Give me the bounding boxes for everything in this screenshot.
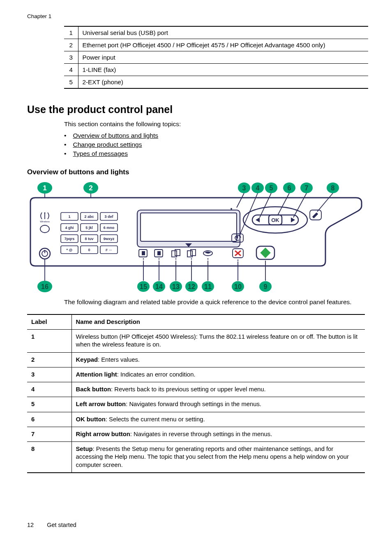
keypad-key-label: 0 <box>88 248 90 252</box>
feature-desc: OK button: Selects the current menu or s… <box>71 412 365 427</box>
feature-text: : Selects the current menu or setting. <box>106 416 205 423</box>
callout-16: 16 <box>37 281 52 292</box>
callout-2: 2 <box>83 182 98 194</box>
feature-name: Keypad <box>76 356 98 363</box>
svg-text:15: 15 <box>140 283 147 290</box>
feature-label: 3 <box>27 367 71 382</box>
topic-link[interactable]: Change product settings <box>73 141 142 148</box>
topic-link[interactable]: Overview of buttons and lights <box>73 132 158 139</box>
feature-text: : Enters values. <box>98 356 140 363</box>
table-row: 4Back button: Reverts back to its previo… <box>27 382 365 397</box>
keypad-key-label: 9wxyz <box>104 237 115 241</box>
svg-text:1: 1 <box>43 184 46 192</box>
callout-15: 15 <box>137 281 150 292</box>
callout-9: 9 <box>259 281 272 292</box>
callout-6: 6 <box>283 183 295 193</box>
features-header-desc: Name and Description <box>71 314 365 330</box>
keypad-key-label: 8 tuv <box>85 237 93 241</box>
topic-link[interactable]: Types of messages <box>73 150 128 157</box>
topic-list: •Overview of buttons and lights•Change p… <box>64 132 365 157</box>
list-item: •Change product settings <box>64 141 365 148</box>
svg-point-26 <box>231 208 232 210</box>
feature-name: Attention light <box>76 371 117 378</box>
keypad-key-label: 6 mno <box>104 226 115 230</box>
table-row: 2Ethernet port (HP Officejet 4500 / HP O… <box>64 39 368 51</box>
feature-desc: Back button: Reverts back to its previou… <box>71 382 365 397</box>
table-row: 41-LINE (fax) <box>64 64 368 76</box>
feature-name: Right arrow button <box>76 431 130 437</box>
feature-desc: Right arrow button: Navigates in reverse… <box>71 427 365 441</box>
feature-desc: Setup: Presents the Setup menu for gener… <box>71 442 365 473</box>
svg-text:16: 16 <box>41 283 48 290</box>
table-row: 1Wireless button (HP Officejet 4500 Wire… <box>27 330 365 352</box>
keypad-key-label: 3 def <box>104 215 113 219</box>
feature-name: Back button <box>76 386 111 393</box>
feature-desc: Wireless button (HP Officejet 4500 Wirel… <box>71 330 365 352</box>
port-num: 2 <box>64 39 78 51</box>
callout-7: 7 <box>300 183 313 193</box>
section-intro: This section contains the following topi… <box>64 120 365 128</box>
keypad-key-label: 4 ghi <box>65 226 74 230</box>
table-row: 52-EXT (phone) <box>64 76 368 89</box>
table-row: 6OK button: Selects the current menu or … <box>27 412 365 427</box>
wireless-label: Wireless <box>40 220 50 223</box>
page-number: 12 <box>27 522 34 528</box>
callout-3: 3 <box>238 183 250 193</box>
bullet: • <box>64 132 66 139</box>
svg-text:5: 5 <box>270 185 273 192</box>
callout-14: 14 <box>153 281 165 292</box>
table-row: 5Left arrow button: Navigates forward th… <box>27 397 365 412</box>
port-desc: Universal serial bus (USB) port <box>78 26 368 39</box>
callout-8: 8 <box>327 183 339 193</box>
display <box>137 208 240 247</box>
callout-10: 10 <box>232 281 244 292</box>
feature-label: 1 <box>27 330 71 352</box>
svg-text:8: 8 <box>331 185 335 192</box>
table-row: 7Right arrow button: Navigates in revers… <box>27 427 365 441</box>
footer-title: Get started <box>47 522 76 528</box>
svg-text:6: 6 <box>288 185 291 192</box>
svg-text:12: 12 <box>188 283 195 290</box>
diagram-description: The following diagram and related table … <box>64 298 365 307</box>
keypad-key-label: # ↔ <box>106 248 113 252</box>
keypad-key-label: 7pqrs <box>65 237 75 241</box>
ok-label: OK <box>271 217 279 223</box>
svg-text:2: 2 <box>89 184 92 192</box>
feature-name: Left arrow button <box>76 401 126 407</box>
feature-text: : Presents the Setup menu for generating… <box>76 446 349 468</box>
svg-text:14: 14 <box>155 283 163 290</box>
bullet: • <box>64 150 66 157</box>
callout-5: 5 <box>265 183 277 193</box>
page-footer: 12 Get started <box>27 522 76 528</box>
port-desc: 1-LINE (fax) <box>78 64 368 76</box>
callout-13: 13 <box>170 281 182 292</box>
table-row: 3Attention light: Indicates an error con… <box>27 367 365 382</box>
svg-rect-24 <box>141 213 237 241</box>
keypad-key-label: * @ <box>67 248 73 252</box>
port-desc: Power input <box>78 51 368 64</box>
feature-label: 2 <box>27 352 71 367</box>
feature-desc: Keypad: Enters values. <box>71 352 365 367</box>
svg-text:3: 3 <box>242 185 246 192</box>
keypad-key-label: 1 <box>68 215 70 219</box>
bullet: • <box>64 141 66 148</box>
list-item: •Types of messages <box>64 150 365 157</box>
ports-table: 1Universal serial bus (USB) port2Etherne… <box>64 26 368 89</box>
feature-label: 6 <box>27 412 71 427</box>
table-row: 2Keypad: Enters values. <box>27 352 365 367</box>
subheading: Overview of buttons and lights <box>27 168 365 176</box>
svg-text:4: 4 <box>256 185 260 192</box>
svg-text:10: 10 <box>234 283 242 290</box>
callout-12: 12 <box>185 281 198 292</box>
callout-11: 11 <box>202 281 214 292</box>
feature-desc: Attention light: Indicates an error cond… <box>71 367 365 382</box>
list-item: •Overview of buttons and lights <box>64 132 365 139</box>
port-num: 1 <box>64 26 78 39</box>
svg-point-40 <box>238 260 239 261</box>
feature-label: 4 <box>27 382 71 397</box>
feature-name: OK button <box>76 416 106 423</box>
svg-point-38 <box>208 259 209 260</box>
svg-point-28 <box>143 259 144 260</box>
port-num: 5 <box>64 76 78 89</box>
features-table: Label Name and Description 1Wireless but… <box>27 314 365 473</box>
